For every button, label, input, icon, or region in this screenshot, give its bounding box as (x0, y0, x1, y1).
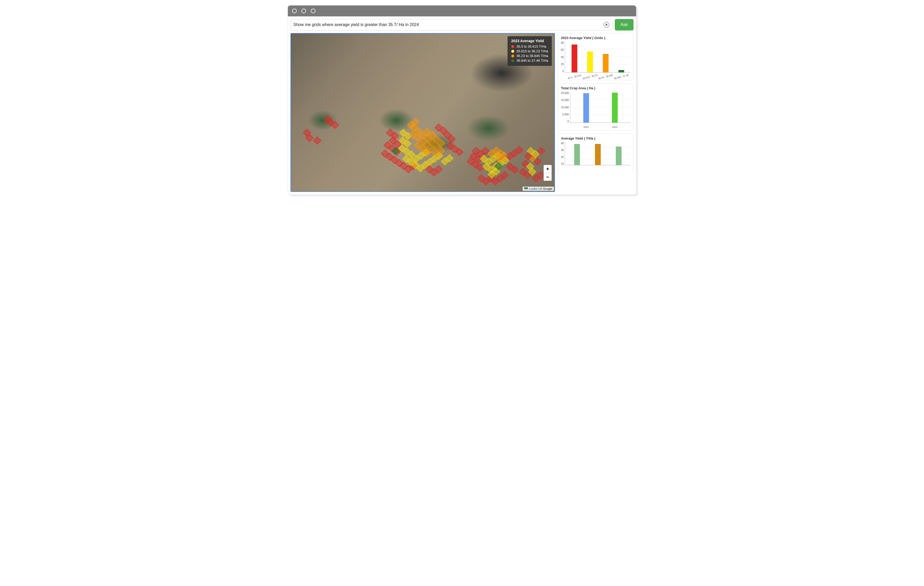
zoom-controls: + − (543, 165, 552, 181)
query-input[interactable] (293, 22, 604, 27)
x-tick: 36.845 - 37.46 (614, 74, 629, 80)
y-tick: 15,000 (561, 99, 569, 102)
chart-bar: 35.615 - 36.23 (587, 51, 593, 73)
chart-bar: 2023 (612, 92, 618, 123)
chart-plot: 20222023 (570, 92, 631, 123)
query-input-wrap: ✕ (290, 19, 612, 30)
legend-item: 36.23 to 36.845 T/Ha (511, 54, 548, 58)
window-control-dot[interactable] (311, 8, 315, 13)
app-window: ✕ Ask (288, 5, 636, 195)
map-attribution: Leaflet | © Google (523, 187, 554, 191)
x-tick: 35.615 - 36.23 (582, 74, 598, 80)
chart-title: Average Yield ( T/Ha ) (561, 136, 631, 140)
legend-title: 2023 Average Yield (511, 39, 548, 43)
legend-item: 35.0 to 35.615 T/Ha (511, 45, 548, 48)
y-tick: 40 (561, 142, 564, 145)
chart-bar: 36.845 - 37.46 (619, 70, 624, 73)
ask-button[interactable]: Ask (615, 19, 634, 30)
chart-card-avg-yield: Average Yield ( T/Ha ) 40 30 20 10 (558, 134, 634, 173)
chart-y-axis: 20,000 15,000 10,000 5,000 0 (561, 92, 570, 128)
chart-bar: 2022 (583, 93, 589, 123)
chart-bar: 36.23 - 36.845 (603, 54, 609, 73)
window-control-dot[interactable] (301, 8, 306, 13)
x-tick: 36.23 - 36.845 (598, 74, 614, 80)
y-tick: 40 (561, 56, 564, 59)
attribution-text: | © Google (538, 187, 552, 190)
y-tick: 20 (561, 63, 564, 66)
close-icon: ✕ (605, 23, 608, 26)
y-tick: 30 (561, 149, 564, 152)
chart-bar: 35.0 - 35.615 (572, 45, 577, 73)
y-tick: 0 (563, 70, 564, 73)
y-tick: 20 (561, 156, 564, 158)
main-content: 2023 Average Yield 35.0 to 35.615 T/Ha 3… (288, 33, 636, 195)
y-tick: 0 (568, 120, 569, 123)
map-panel[interactable]: 2023 Average Yield 35.0 to 35.615 T/Ha 3… (290, 33, 555, 192)
window-control-dot[interactable] (292, 8, 297, 13)
legend-swatch-icon (511, 45, 514, 48)
map-legend: 2023 Average Yield 35.0 to 35.615 T/Ha 3… (508, 36, 552, 66)
chart-card-crop-area: Total Crop Area ( Ha ) 20,000 15,000 10,… (558, 83, 634, 130)
y-tick: 10 (561, 162, 564, 165)
legend-label: 35.0 to 35.615 T/Ha (516, 45, 546, 48)
bar-chart: 80 60 40 20 0 35.0 - 35.61535.615 - 36.2… (561, 41, 631, 78)
zoom-in-button[interactable]: + (544, 165, 551, 173)
legend-swatch-icon (511, 54, 514, 58)
y-tick: 20,000 (561, 92, 569, 94)
window-titlebar (288, 5, 636, 17)
y-tick: 80 (561, 41, 564, 44)
chart-title: 2023 Average Yield ( Grids ) (561, 36, 631, 40)
chart-y-axis: 40 30 20 10 (561, 142, 565, 170)
x-tick: 2023 (612, 126, 617, 128)
chart-plot (565, 142, 631, 165)
zoom-out-button[interactable]: − (544, 173, 551, 181)
bar-chart: 40 30 20 10 (561, 142, 631, 170)
chart-bar (574, 144, 580, 165)
legend-swatch-icon (511, 50, 514, 53)
clear-query-button[interactable]: ✕ (604, 22, 609, 28)
x-tick: 2022 (584, 126, 589, 128)
legend-label: 36.845 to 37.46 T/Ha (516, 59, 548, 63)
x-tick: 35.0 - 35.615 (568, 74, 581, 80)
query-bar: ✕ Ask (288, 17, 636, 33)
legend-swatch-icon (511, 59, 514, 62)
leaflet-link[interactable]: Leaflet (529, 187, 538, 190)
legend-item: 36.845 to 37.46 T/Ha (511, 59, 548, 63)
y-tick: 10,000 (561, 106, 569, 109)
legend-label: 35.615 to 36.23 T/Ha (516, 49, 548, 53)
flag-icon (524, 187, 528, 190)
legend-label: 36.23 to 36.845 T/Ha (516, 54, 548, 58)
charts-sidebar: 2023 Average Yield ( Grids ) 80 60 40 20… (558, 33, 634, 192)
chart-bar (616, 147, 622, 165)
chart-y-axis: 80 60 40 20 0 (561, 41, 565, 78)
legend-item: 35.615 to 36.23 T/Ha (511, 49, 548, 53)
y-tick: 5,000 (563, 113, 569, 116)
chart-bar (595, 144, 601, 165)
chart-plot: 35.0 - 35.61535.615 - 36.2336.23 - 36.84… (565, 41, 631, 73)
chart-title: Total Crop Area ( Ha ) (561, 86, 631, 90)
chart-card-grids: 2023 Average Yield ( Grids ) 80 60 40 20… (558, 33, 634, 80)
y-tick: 60 (561, 48, 564, 51)
bar-chart: 20,000 15,000 10,000 5,000 0 20222023 (561, 92, 631, 128)
